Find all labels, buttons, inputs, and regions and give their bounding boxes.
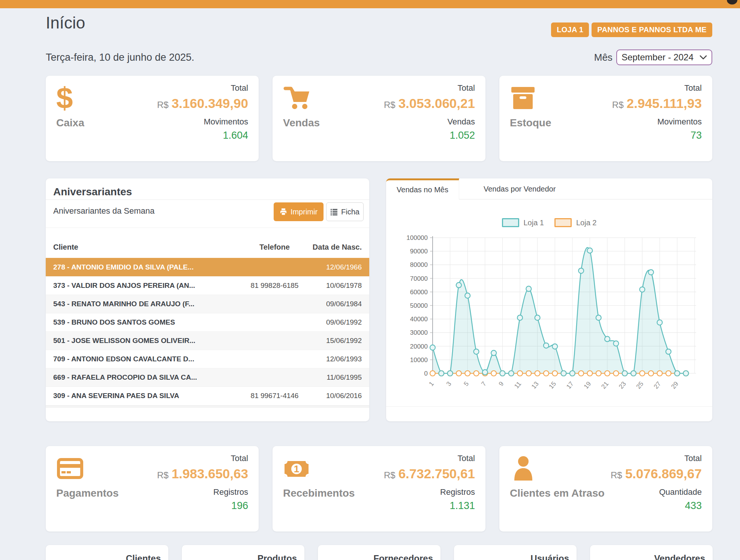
stat-card-pagamentos[interactable]: Pagamentos Total R$1.983.650,63 Registro… <box>46 446 259 532</box>
stat-card-vendas[interactable]: Vendas Total R$3.053.060,21 Vendas 1.052 <box>273 76 485 161</box>
client-cell: 501 - JOSE WELISSON GOMES OLIVEIR... <box>46 337 242 345</box>
mini-card-produtos[interactable]: Produtos <box>182 545 304 560</box>
svg-text:27: 27 <box>652 380 662 390</box>
count-label: Registros <box>384 487 475 497</box>
person-icon <box>510 455 539 484</box>
mini-card-label: Fornecedores <box>373 553 433 560</box>
count-value: 433 <box>611 500 702 512</box>
client-cell: 373 - VALDIR DOS ANJOS PEREIRA (AN... <box>46 281 242 290</box>
next-row-sliver <box>46 405 369 408</box>
currency-prefix: R$ <box>157 100 169 110</box>
client-cell: 709 - ANTONIO EDSON CAVALCANTE D... <box>46 355 242 363</box>
svg-text:21: 21 <box>600 380 610 390</box>
sales-month-chart: 0100002000030000400005000060000700008000… <box>386 229 712 406</box>
client-cell: 278 - ANTONIO EMIDIO DA SILVA (PALE... <box>46 263 242 271</box>
stat-card-caixa[interactable]: $ Caixa Total R$3.160.349,90 Movimentos … <box>46 76 259 161</box>
count-value: 73 <box>612 130 702 141</box>
mini-card-clientes[interactable]: Clientes <box>46 545 168 560</box>
phone-cell: 81 99828-6185 <box>242 281 307 290</box>
stat-card-recebimentos[interactable]: 1 Recebimentos Total R$6.732.750,61 Regi… <box>273 446 485 532</box>
stat-card-title: Caixa <box>56 117 84 129</box>
svg-text:20000: 20000 <box>410 343 428 350</box>
legend-swatch-loja2 <box>554 218 572 227</box>
printer-icon <box>280 208 287 216</box>
stat-card-clientes-atraso[interactable]: Clientes em Atraso Total R$5.076.869,67 … <box>499 446 712 532</box>
mini-card-usuarios[interactable]: Usuários <box>454 545 577 560</box>
birthdays-panel: Aniversariantes Aniversariantes da Seman… <box>46 178 369 421</box>
mini-card-label: Usuários <box>530 553 569 560</box>
count-label: Vendas <box>384 117 475 127</box>
currency-prefix: R$ <box>157 470 169 480</box>
count-label: Registros <box>157 487 248 497</box>
total-label: Total <box>384 83 475 93</box>
legend-loja1[interactable]: Loja 1 <box>502 218 544 227</box>
table-row[interactable]: 669 - RAFAELA PROCOPIO DA SILVA CA...11/… <box>46 368 369 386</box>
currency-prefix: R$ <box>384 100 395 110</box>
table-row[interactable]: 309 - ANA SEVERINA PAES DA SILVA81 99671… <box>46 386 369 405</box>
total-value: R$6.732.750,61 <box>384 466 475 481</box>
currency-prefix: R$ <box>612 100 624 110</box>
table-header: Cliente Telefone Data de Nasc. <box>46 243 369 252</box>
svg-text:19: 19 <box>583 380 593 390</box>
print-button[interactable]: Imprimir <box>274 202 324 221</box>
store-badges: LOJA 1 PANNOS E PANNOS LTDA ME <box>551 22 712 37</box>
table-row[interactable]: 278 - ANTONIO EMIDIO DA SILVA (PALE...12… <box>46 258 369 276</box>
month-select-value: September - 2024 <box>622 52 694 63</box>
stat-card-title: Vendas <box>283 117 320 129</box>
svg-text:1: 1 <box>427 380 435 387</box>
svg-text:40000: 40000 <box>410 316 428 323</box>
count-value: 1.604 <box>157 130 248 141</box>
mini-card-fornecedores[interactable]: Fornecedores <box>318 545 440 560</box>
tab-vendas-no-mes[interactable]: Vendas no Mês <box>386 178 459 199</box>
svg-text:80000: 80000 <box>410 261 428 268</box>
svg-text:15: 15 <box>548 380 558 390</box>
box-icon <box>510 85 539 113</box>
column-phone: Telefone <box>242 243 307 252</box>
total-value: R$3.053.060,21 <box>384 96 475 111</box>
svg-text:1: 1 <box>294 463 299 475</box>
stat-card-title: Pagamentos <box>56 487 119 499</box>
store-badge[interactable]: LOJA 1 <box>551 22 589 37</box>
chart-legend: Loja 1 Loja 2 <box>386 218 712 227</box>
svg-text:50000: 50000 <box>410 302 428 309</box>
birthdate-cell: 10/06/2016 <box>307 392 369 400</box>
tab-vendas-por-vendedor[interactable]: Vendas por Vendedor <box>472 178 567 199</box>
company-badge[interactable]: PANNOS E PANNOS LTDA ME <box>592 22 712 37</box>
ficha-button[interactable]: Ficha <box>326 202 364 221</box>
svg-text:13: 13 <box>530 380 540 390</box>
svg-text:60000: 60000 <box>410 289 428 296</box>
phone-cell: 81 99671-4146 <box>242 392 307 400</box>
table-row[interactable]: 709 - ANTONIO EDSON CAVALCANTE D...12/06… <box>46 350 369 368</box>
banknote-icon: 1 <box>283 455 312 484</box>
count-value: 196 <box>157 500 248 512</box>
mini-card-label: Vendedores <box>654 553 705 560</box>
total-label: Total <box>157 83 248 93</box>
table-row[interactable]: 501 - JOSE WELISSON GOMES OLIVEIR...15/0… <box>46 331 369 350</box>
stat-card-estoque[interactable]: Estoque Total R$2.945.111,93 Movimentos … <box>499 76 712 161</box>
chevron-down-icon <box>700 55 707 60</box>
column-birthdate: Data de Nasc. <box>307 243 369 252</box>
top-bar <box>0 0 740 8</box>
total-value: R$2.945.111,93 <box>612 96 702 111</box>
divider <box>46 228 369 228</box>
shopping-cart-icon <box>283 85 312 113</box>
mini-card-vendedores[interactable]: Vendedores <box>590 545 713 560</box>
svg-text:7: 7 <box>480 380 488 387</box>
svg-text:0: 0 <box>424 370 428 377</box>
client-cell: 543 - RENATO MARINHO DE ARAUJO (F... <box>46 300 242 308</box>
table-row[interactable]: 543 - RENATO MARINHO DE ARAUJO (F...09/0… <box>46 295 369 313</box>
count-value: 1.052 <box>384 130 475 141</box>
count-value: 1.131 <box>384 500 475 512</box>
month-select[interactable]: September - 2024 <box>616 49 712 65</box>
birthdays-title: Aniversariantes <box>53 186 132 198</box>
total-value: R$5.076.869,67 <box>611 466 702 481</box>
table-row[interactable]: 373 - VALDIR DOS ANJOS PEREIRA (AN...81 … <box>46 276 369 295</box>
svg-text:70000: 70000 <box>410 275 428 282</box>
page-title: Início <box>46 13 85 32</box>
mini-card-label: Produtos <box>258 553 297 560</box>
credit-card-icon <box>56 455 85 484</box>
total-label: Total <box>611 454 702 463</box>
legend-loja2[interactable]: Loja 2 <box>554 218 597 227</box>
birthdate-cell: 09/06/1992 <box>307 318 369 326</box>
table-row[interactable]: 539 - BRUNO DOS SANTOS GOMES09/06/1992 <box>46 313 369 331</box>
